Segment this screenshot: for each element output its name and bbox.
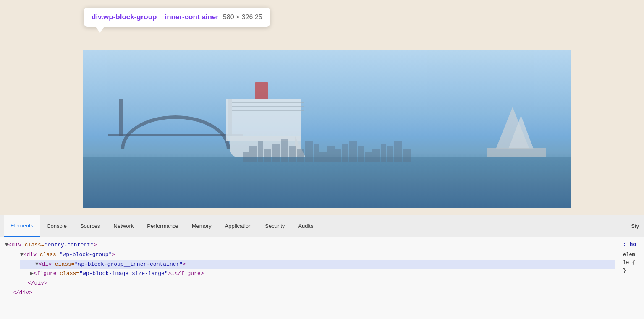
skyline-building xyxy=(342,144,348,162)
ship-deck-line xyxy=(232,102,304,103)
tooltip-element-name: div.wp-block-group__inner-cont ainer xyxy=(92,13,219,22)
html-panel: ▼ <div class="entry-content"> ▼ <div cla… xyxy=(0,237,620,319)
html-attr-1: class= xyxy=(25,241,45,250)
devtools-tabs: Elements Console Sources Network Perform… xyxy=(0,215,644,237)
html-tag-close-1: > xyxy=(94,241,97,250)
skyline-building xyxy=(281,139,288,162)
html-attr-3: class= xyxy=(55,260,75,269)
skyline-building xyxy=(349,141,357,162)
html-tag-1: <div xyxy=(8,241,25,250)
html-tag-5: </div> xyxy=(28,279,47,288)
styles-line-1: elem xyxy=(623,251,641,259)
html-line-5: </div> xyxy=(5,279,615,288)
skyline-building xyxy=(358,146,364,162)
skyline-building xyxy=(258,141,264,162)
expand-icon-4[interactable]: ▶ xyxy=(30,269,34,278)
html-tag-4: <figure xyxy=(34,269,60,278)
water xyxy=(83,157,571,208)
tab-performance[interactable]: Performance xyxy=(140,215,185,237)
devtools-panel: Elements Console Sources Network Perform… xyxy=(0,215,644,319)
tab-elements[interactable]: Elements xyxy=(4,215,40,237)
tooltip-dimensions: 580 × 326.25 xyxy=(223,13,262,21)
skyline-building xyxy=(327,146,335,162)
html-tag-close-4: >…</figure> xyxy=(168,269,204,278)
styles-panel: : ho elem le { } xyxy=(620,237,644,319)
styles-line-3: } xyxy=(623,267,641,275)
skyline-building xyxy=(243,152,249,162)
expand-icon-1[interactable]: ▼ xyxy=(5,241,8,250)
html-line-2: ▼ <div class="wp-block-group"> xyxy=(13,250,615,260)
skyline-building xyxy=(289,146,297,162)
ship-deck-line xyxy=(232,106,304,107)
html-line-4: ▶ <figure class="wp-block-image size-lar… xyxy=(5,269,615,279)
html-attr-4: class= xyxy=(60,269,79,278)
html-attr-2: class= xyxy=(40,251,60,259)
skyline-building xyxy=(387,146,393,162)
tab-memory[interactable]: Memory xyxy=(185,215,218,237)
devtools-content: ▼ <div class="entry-content"> ▼ <div cla… xyxy=(0,237,644,319)
tab-console[interactable]: Console xyxy=(40,215,73,237)
opera-sail-2 xyxy=(508,115,534,149)
hero-image xyxy=(83,50,571,208)
webpage-preview: div.wp-block-group__inner-cont ainer 580… xyxy=(0,0,644,215)
skyline-building xyxy=(394,141,402,162)
bridge-tower-left xyxy=(119,99,123,136)
styles-line-2: le { xyxy=(623,259,641,267)
html-tag-2: <div xyxy=(24,251,40,259)
html-tag-6: </div> xyxy=(13,289,32,298)
bridge-arch xyxy=(121,115,230,149)
skyline-building xyxy=(403,149,411,162)
ship-deck-lines xyxy=(232,102,304,115)
ship-deck-line xyxy=(232,115,304,115)
skyline-building xyxy=(264,149,271,162)
skyline-building xyxy=(372,149,380,162)
expand-icon-3[interactable]: ▼ xyxy=(35,260,39,269)
expand-icon-2[interactable]: ▼ xyxy=(20,251,24,259)
skyline-building xyxy=(249,146,257,162)
html-val-3: "wp-block-group__inner-container" xyxy=(75,260,183,269)
tab-security[interactable]: Security xyxy=(258,215,291,237)
tab-sources[interactable]: Sources xyxy=(73,215,107,237)
styles-title: : ho xyxy=(623,241,641,249)
tab-more-button[interactable]: Sty xyxy=(626,215,644,237)
skyline-building xyxy=(314,144,319,162)
tab-separator xyxy=(3,222,3,230)
city-skyline xyxy=(243,132,479,162)
water-line xyxy=(83,162,571,162)
skyline-building xyxy=(335,149,341,162)
html-tag-3: <div xyxy=(39,260,55,269)
skyline-building xyxy=(305,141,313,162)
skyline-building xyxy=(272,144,280,162)
opera-base xyxy=(487,148,546,157)
html-tag-close-3: > xyxy=(183,260,186,269)
html-val-2: "wp-block-group" xyxy=(60,251,112,259)
element-tooltip: div.wp-block-group__inner-cont ainer 580… xyxy=(84,8,270,27)
html-tag-close-2: > xyxy=(112,251,115,259)
ship-deck-line xyxy=(232,110,304,111)
harbor-scene xyxy=(83,50,571,208)
skyline-building xyxy=(365,152,372,162)
ship-funnel xyxy=(255,82,268,99)
tab-audits[interactable]: Audits xyxy=(291,215,320,237)
tab-application[interactable]: Application xyxy=(218,215,259,237)
skyline-building xyxy=(381,144,386,162)
html-line-1: ▼ <div class="entry-content"> xyxy=(5,241,615,250)
html-val-4: "wp-block-image size-large" xyxy=(79,269,168,278)
skyline-building xyxy=(297,149,304,162)
html-line-6: </div> xyxy=(5,288,615,298)
html-val-1: "entry-content" xyxy=(45,241,94,250)
html-line-3[interactable]: ▼ <div class="wp-block-group__inner-cont… xyxy=(20,260,615,269)
tab-network[interactable]: Network xyxy=(107,215,141,237)
skyline-building xyxy=(319,152,327,162)
